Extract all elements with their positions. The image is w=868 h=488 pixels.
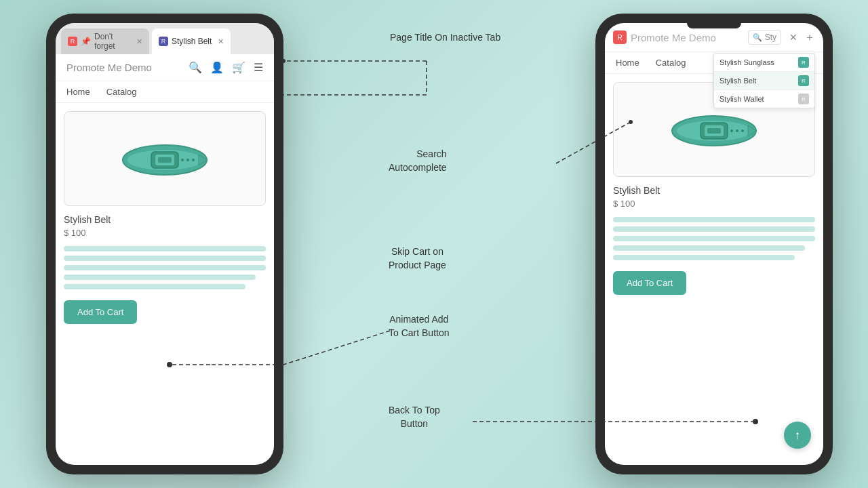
- cart-icon[interactable]: 🛒: [232, 61, 245, 74]
- text-line-4: [64, 274, 256, 280]
- header-icons: 🔍 👤 🛒 ☰: [189, 61, 263, 74]
- autocomplete-icon-1: R: [798, 57, 809, 68]
- tab1-emoji: 📌: [81, 37, 91, 46]
- right-store-logo: Promote Me Demo: [631, 32, 744, 43]
- text-line-2: [64, 256, 266, 261]
- search-magnifier-icon: 🔍: [753, 33, 762, 42]
- tab2-favicon: R: [159, 37, 168, 46]
- product-area: Stylish Belt $ 100 Add To Cart: [56, 103, 274, 332]
- svg-point-13: [730, 129, 733, 132]
- search-bar[interactable]: 🔍 Sty: [748, 30, 781, 45]
- autocomplete-icon-2: R: [798, 75, 809, 86]
- right-favicon: R: [613, 30, 627, 44]
- right-text-line-5: [613, 255, 795, 260]
- search-input-value[interactable]: Sty: [765, 33, 776, 42]
- tab2-close[interactable]: ✕: [218, 37, 224, 46]
- right-add-to-cart-button[interactable]: Add To Cart: [613, 271, 686, 295]
- tab1-favicon: R: [68, 37, 77, 46]
- nav-catalog[interactable]: Catalog: [106, 87, 137, 97]
- product-image: [64, 111, 266, 206]
- left-screen: R 📌 Don't forget ✕ R Stylish Belt ✕ Prom…: [56, 23, 274, 465]
- svg-point-15: [741, 129, 744, 132]
- right-text-line-2: [613, 226, 815, 232]
- product-description: [64, 246, 266, 289]
- svg-point-14: [736, 129, 738, 132]
- nav-home[interactable]: Home: [66, 87, 90, 97]
- left-nav: Home Catalog: [56, 81, 274, 103]
- annotation-back-to-top: Back To TopButton: [389, 404, 440, 430]
- product-price: $ 100: [64, 228, 266, 238]
- tab1-label: Don't forget: [94, 32, 130, 51]
- tab2-label: Stylish Belt: [172, 37, 212, 46]
- text-line-1: [64, 246, 266, 251]
- browser-tabs: R 📌 Don't forget ✕ R Stylish Belt ✕: [56, 23, 274, 54]
- annotation-animated-add: Animated AddTo Cart Button: [389, 313, 450, 340]
- tab1-close[interactable]: ✕: [136, 37, 142, 46]
- right-product-description: [613, 217, 815, 260]
- store-logo: Promote Me Demo: [66, 62, 152, 73]
- svg-line-22: [283, 331, 390, 365]
- svg-rect-12: [707, 128, 721, 134]
- back-to-top-button[interactable]: ↑: [784, 422, 811, 449]
- new-tab-button[interactable]: ＋: [804, 30, 815, 45]
- search-icon[interactable]: 🔍: [189, 61, 202, 74]
- right-product-price: $ 100: [613, 199, 815, 209]
- annotation-skip-cart: Skip Cart onProduct Page: [389, 245, 446, 272]
- tab-close-right[interactable]: ✕: [789, 32, 797, 43]
- autocomplete-label-2: Stylish Belt: [719, 77, 756, 85]
- svg-point-5: [181, 159, 184, 161]
- autocomplete-item-1[interactable]: Stylish Sunglass R: [714, 54, 814, 72]
- tab-stylish-belt[interactable]: R Stylish Belt ✕: [152, 28, 231, 54]
- add-to-cart-button[interactable]: Add To Cart: [64, 300, 137, 324]
- right-phone: R Promote Me Demo 🔍 Sty ✕ ＋ Stylish Sung…: [595, 14, 833, 474]
- store-header: Promote Me Demo 🔍 👤 🛒 ☰: [56, 54, 274, 81]
- autocomplete-dropdown: Stylish Sunglass R Stylish Belt R Stylis…: [713, 53, 815, 108]
- right-text-line-3: [613, 236, 815, 241]
- notch: [687, 23, 741, 28]
- annotation-page-title: Page Title On Inactive Tab: [390, 31, 500, 45]
- text-line-3: [64, 265, 266, 270]
- tab-dont-forget[interactable]: R 📌 Don't forget ✕: [61, 28, 149, 54]
- svg-point-7: [192, 159, 195, 161]
- autocomplete-item-2[interactable]: Stylish Belt R: [714, 72, 814, 90]
- right-belt-illustration: [667, 102, 762, 157]
- right-screen: R Promote Me Demo 🔍 Sty ✕ ＋ Stylish Sung…: [605, 23, 823, 465]
- svg-rect-4: [158, 157, 172, 163]
- right-nav-catalog[interactable]: Catalog: [656, 58, 686, 68]
- right-product-title: Stylish Belt: [613, 185, 815, 196]
- right-text-line-1: [613, 217, 815, 222]
- text-line-5: [64, 284, 245, 289]
- autocomplete-icon-3: R: [798, 94, 809, 104]
- left-phone: R 📌 Don't forget ✕ R Stylish Belt ✕ Prom…: [46, 14, 283, 474]
- annotation-search-autocomplete: SearchAutocomplete: [389, 148, 447, 174]
- belt-illustration: [117, 131, 212, 186]
- product-title: Stylish Belt: [64, 214, 266, 225]
- right-nav-home[interactable]: Home: [616, 58, 639, 68]
- menu-icon[interactable]: ☰: [254, 61, 263, 74]
- autocomplete-item-3[interactable]: Stylish Wallet R: [714, 90, 814, 108]
- autocomplete-label-3: Stylish Wallet: [719, 95, 764, 103]
- right-text-line-4: [613, 245, 805, 251]
- svg-point-6: [186, 159, 189, 161]
- autocomplete-label-1: Stylish Sunglass: [719, 58, 774, 66]
- account-icon[interactable]: 👤: [210, 61, 224, 74]
